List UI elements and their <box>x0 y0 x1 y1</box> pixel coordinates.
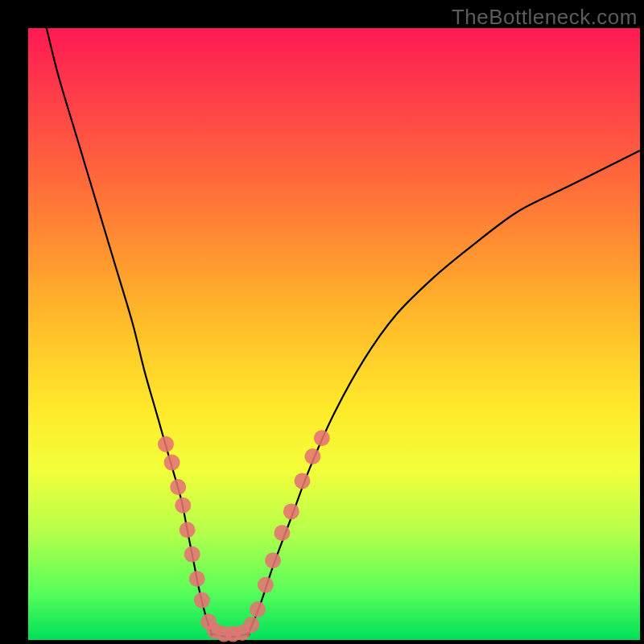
data-point <box>170 479 186 495</box>
data-point <box>158 436 174 452</box>
watermark-text: TheBottleneck.com <box>452 5 638 30</box>
curve-layer <box>47 28 640 637</box>
data-point <box>314 430 330 446</box>
data-point <box>283 503 299 519</box>
data-point <box>294 473 310 489</box>
chart-svg <box>28 28 640 640</box>
data-point <box>194 592 210 609</box>
data-point <box>164 455 180 471</box>
data-point <box>250 601 266 617</box>
chart-frame: TheBottleneck.com <box>0 0 644 644</box>
data-point <box>189 571 205 587</box>
data-point <box>265 552 281 568</box>
data-point <box>258 577 274 593</box>
data-point <box>184 547 200 563</box>
data-point <box>274 525 290 541</box>
data-point <box>304 448 320 464</box>
data-point <box>175 497 191 514</box>
data-point <box>180 522 196 538</box>
data-point <box>243 617 259 633</box>
plot-area <box>28 28 640 640</box>
dots-layer <box>158 430 330 642</box>
bottleneck-curve <box>47 28 640 637</box>
